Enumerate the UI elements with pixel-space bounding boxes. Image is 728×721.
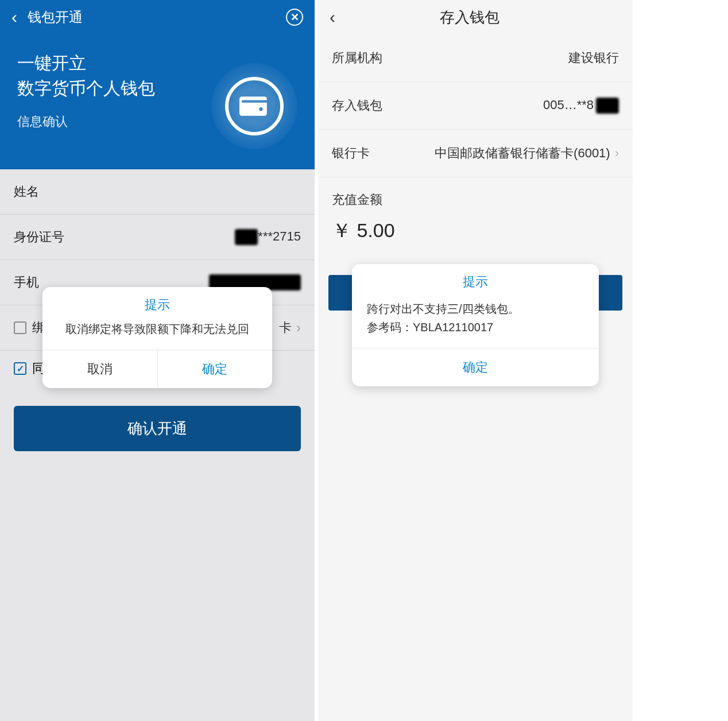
wallet-icon-halo xyxy=(211,63,297,149)
dialog-title: 提示 xyxy=(42,287,272,319)
id-value: ***2715 xyxy=(235,229,301,245)
chevron-right-icon: › xyxy=(615,146,619,161)
dialog-message: 取消绑定将导致限额下降和无法兑回 xyxy=(42,319,272,350)
dialog-buttons: 取消 确定 xyxy=(42,350,272,388)
name-label: 姓名 xyxy=(14,183,301,200)
wallet-row[interactable]: 存入钱包 005…**8 xyxy=(318,82,633,130)
org-value: 建设银行 xyxy=(568,49,619,67)
alert-dialog: 提示 取消绑定将导致限额下降和无法兑回 取消 确定 xyxy=(42,287,272,388)
wallet-icon xyxy=(225,77,284,135)
dialog-title: 提示 xyxy=(352,264,599,296)
bankcard-value: 中国邮政储蓄银行储蓄卡(6001) xyxy=(435,145,610,162)
chevron-right-icon: › xyxy=(296,320,301,336)
org-label: 所属机构 xyxy=(332,49,568,67)
hero-line1: 一键开立 xyxy=(17,53,86,72)
back-icon[interactable]: ‹ xyxy=(330,7,335,27)
bind-suffix: 卡 xyxy=(279,319,292,336)
phone-screen-left: ‹ 钱包开通 ✕ 一键开立 数字货币个人钱包 信息确认 姓名 身份证号 ***2… xyxy=(0,0,315,721)
dialog-message: 跨行对出不支持三/四类钱包。 参考码：YBLA12110017 xyxy=(352,296,599,348)
page-title: 存入钱包 xyxy=(335,7,621,28)
header-bar: ‹ 存入钱包 xyxy=(318,0,633,34)
id-row[interactable]: 身份证号 ***2715 xyxy=(0,215,315,260)
alert-dialog: 提示 跨行对出不支持三/四类钱包。 参考码：YBLA12110017 确定 xyxy=(352,264,599,386)
checkbox-checked-icon[interactable]: ✓ xyxy=(14,362,26,375)
close-icon[interactable]: ✕ xyxy=(286,9,303,26)
id-label: 身份证号 xyxy=(14,228,235,246)
hero-banner: 一键开立 数字货币个人钱包 信息确认 xyxy=(0,34,315,169)
dialog-confirm-button[interactable]: 确定 xyxy=(352,348,599,386)
phone-screen-right: ‹ 存入钱包 所属机构 建设银行 存入钱包 005…**8 银行卡 中国邮政储蓄… xyxy=(318,0,633,721)
bankcard-row[interactable]: 银行卡 中国邮政储蓄银行储蓄卡(6001) › xyxy=(318,130,633,177)
back-icon[interactable]: ‹ xyxy=(11,7,17,27)
org-row: 所属机构 建设银行 xyxy=(318,34,633,82)
amount-label: 充值金额 xyxy=(318,177,633,214)
header-bar: ‹ 钱包开通 ✕ xyxy=(0,0,315,34)
dialog-confirm-button[interactable]: 确定 xyxy=(158,350,273,388)
wallet-label: 存入钱包 xyxy=(332,97,543,114)
name-row[interactable]: 姓名 xyxy=(0,169,315,215)
dialog-cancel-button[interactable]: 取消 xyxy=(42,350,158,388)
amount-value: ￥ 5.00 xyxy=(318,214,633,258)
page-title: 钱包开通 xyxy=(28,8,286,26)
checkbox-unchecked-icon[interactable]: ✓ xyxy=(14,321,26,334)
confirm-open-button[interactable]: 确认开通 xyxy=(14,406,301,451)
wallet-value: 005…**8 xyxy=(543,98,619,114)
hero-line2: 数字货币个人钱包 xyxy=(17,79,155,98)
bankcard-label: 银行卡 xyxy=(332,145,435,162)
